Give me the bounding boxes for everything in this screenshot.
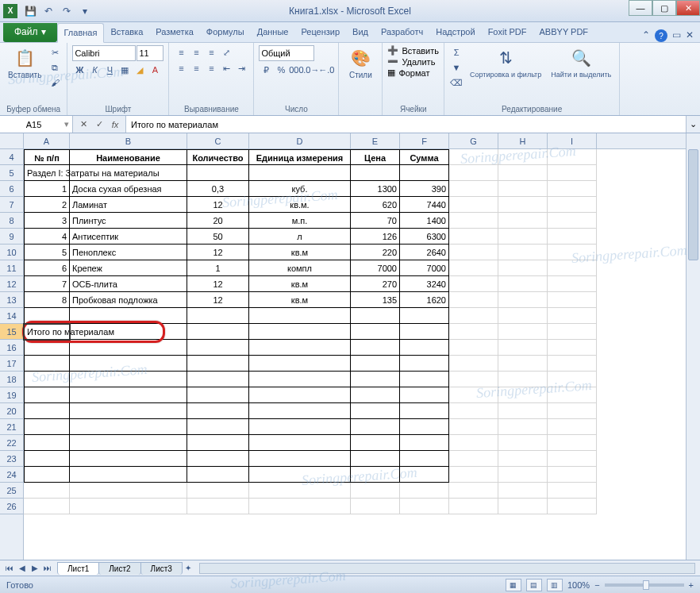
column-header-H[interactable]: H	[498, 133, 548, 148]
cell-I4[interactable]	[548, 149, 597, 165]
close-button[interactable]: ✕	[676, 0, 700, 16]
cell-G6[interactable]	[449, 181, 498, 197]
cell-F25[interactable]	[400, 483, 449, 499]
row-header-23[interactable]: 23	[0, 451, 23, 467]
cell-A10[interactable]: 5	[24, 245, 70, 260]
row-header-18[interactable]: 18	[0, 372, 23, 387]
cell-C8[interactable]: 20	[187, 213, 249, 229]
find-select-button[interactable]: 🔍 Найти и выделить	[548, 45, 614, 80]
cell-A7[interactable]: 2	[24, 197, 70, 213]
row-header-5[interactable]: 5	[0, 165, 23, 181]
cell-F13[interactable]: 1620	[400, 292, 449, 308]
sheet-nav-last-icon[interactable]: ⏭	[41, 564, 54, 572]
column-header-E[interactable]: E	[351, 133, 400, 148]
cell-E7[interactable]: 620	[351, 197, 400, 213]
cell-F19[interactable]	[400, 387, 449, 403]
cell-C17[interactable]	[187, 356, 249, 372]
row-header-16[interactable]: 16	[0, 340, 23, 356]
row-header-12[interactable]: 12	[0, 276, 23, 292]
cell-D8[interactable]: м.п.	[249, 213, 351, 229]
cell-B5[interactable]	[70, 165, 187, 181]
cell-A9[interactable]: 4	[24, 229, 70, 245]
row-header-7[interactable]: 7	[0, 197, 23, 213]
workbook-close-icon[interactable]: ✕	[686, 29, 694, 42]
scroll-thumb[interactable]	[688, 149, 698, 260]
row-header-26[interactable]: 26	[0, 499, 23, 514]
cell-A16[interactable]	[24, 340, 70, 356]
cell-H7[interactable]	[498, 197, 548, 213]
cell-G20[interactable]	[449, 403, 498, 419]
cell-I19[interactable]	[548, 387, 597, 403]
cell-B22[interactable]	[70, 435, 187, 451]
cell-C7[interactable]: 12	[187, 197, 249, 213]
horizontal-scrollbar[interactable]	[199, 563, 695, 574]
cell-E24[interactable]	[351, 467, 400, 483]
cell-A19[interactable]	[24, 387, 70, 403]
qat-dropdown-icon[interactable]: ▾	[77, 3, 93, 19]
cell-B17[interactable]	[70, 356, 187, 372]
cancel-formula-icon[interactable]: ✕	[76, 117, 90, 132]
cell-I6[interactable]	[548, 181, 597, 197]
row-header-19[interactable]: 19	[0, 387, 23, 403]
column-header-I[interactable]: I	[548, 133, 597, 148]
cell-D9[interactable]: л	[249, 229, 351, 245]
cell-B18[interactable]	[70, 372, 187, 387]
row-header-13[interactable]: 13	[0, 292, 23, 308]
row-header-8[interactable]: 8	[0, 213, 23, 229]
file-tab[interactable]: Файл ▾	[3, 23, 57, 42]
row-header-11[interactable]: 11	[0, 260, 23, 276]
cell-D23[interactable]	[249, 451, 351, 467]
increase-decimal-icon[interactable]: .0→	[304, 63, 318, 77]
save-icon[interactable]: 💾	[22, 3, 38, 19]
delete-cells-button[interactable]: ➖Удалить	[387, 56, 435, 67]
cell-E19[interactable]	[351, 387, 400, 403]
cell-D26[interactable]	[249, 499, 351, 514]
cell-C20[interactable]	[187, 403, 249, 419]
cell-H23[interactable]	[498, 451, 548, 467]
cell-F23[interactable]	[400, 451, 449, 467]
cell-I15[interactable]	[548, 324, 597, 340]
cell-F18[interactable]	[400, 372, 449, 387]
tab-данные[interactable]: Данные	[251, 23, 295, 42]
increase-indent-icon[interactable]: ⇥	[234, 61, 248, 75]
percent-icon[interactable]: %	[274, 63, 288, 77]
cell-F10[interactable]: 2640	[400, 245, 449, 260]
cell-B6[interactable]: Доска сухая обрезная	[70, 181, 187, 197]
cell-H8[interactable]	[498, 213, 548, 229]
row-header-17[interactable]: 17	[0, 356, 23, 372]
sheet-nav-first-icon[interactable]: ⏮	[3, 564, 16, 572]
sheet-nav-prev-icon[interactable]: ◀	[16, 564, 29, 572]
cell-G26[interactable]	[449, 499, 498, 514]
autosum-icon[interactable]: Σ	[449, 45, 463, 60]
cell-G12[interactable]	[449, 276, 498, 292]
cell-A4[interactable]: № п/п	[24, 149, 70, 165]
cell-F21[interactable]	[400, 419, 449, 435]
cell-E25[interactable]	[351, 483, 400, 499]
cell-H19[interactable]	[498, 387, 548, 403]
cell-I17[interactable]	[548, 356, 597, 372]
cell-F17[interactable]	[400, 356, 449, 372]
cell-E9[interactable]: 126	[351, 229, 400, 245]
cell-A24[interactable]	[24, 467, 70, 483]
cell-A18[interactable]	[24, 372, 70, 387]
cell-A8[interactable]: 3	[24, 213, 70, 229]
cell-G16[interactable]	[449, 340, 498, 356]
tab-главная[interactable]: Главная	[57, 23, 105, 43]
cell-F5[interactable]	[400, 165, 449, 181]
window-restore-icon[interactable]: ▭	[672, 29, 681, 42]
vertical-scrollbar[interactable]	[686, 133, 700, 560]
cell-A25[interactable]	[24, 483, 70, 499]
align-middle-icon[interactable]: ≡	[189, 45, 203, 60]
cell-D13[interactable]: кв.м	[249, 292, 351, 308]
cell-H13[interactable]	[498, 292, 548, 308]
cell-C6[interactable]: 0,3	[187, 181, 249, 197]
cell-H4[interactable]	[498, 149, 548, 165]
name-box-input[interactable]	[3, 120, 64, 129]
row-header-10[interactable]: 10	[0, 245, 23, 260]
cell-A13[interactable]: 8	[24, 292, 70, 308]
zoom-slider[interactable]	[605, 583, 684, 587]
cell-B26[interactable]	[70, 499, 187, 514]
tab-abbyy pdf[interactable]: ABBYY PDF	[533, 23, 595, 42]
cell-F12[interactable]: 3240	[400, 276, 449, 292]
font-color-icon[interactable]: A	[148, 63, 162, 77]
